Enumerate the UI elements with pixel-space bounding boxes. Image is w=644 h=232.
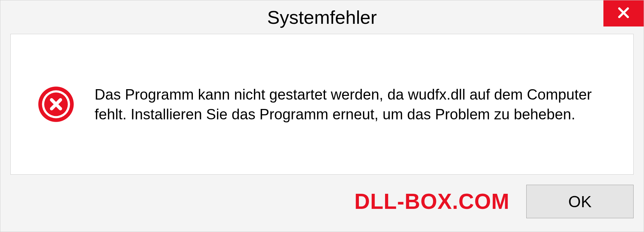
ok-button[interactable]: OK [526, 185, 634, 218]
content-area: Das Programm kann nicht gestartet werden… [10, 34, 634, 175]
dialog-title: Systemfehler [267, 6, 377, 28]
dialog-footer: DLL-BOX.COM OK [0, 185, 644, 232]
watermark-text: DLL-BOX.COM [355, 189, 510, 214]
close-icon [616, 5, 631, 21]
error-dialog: Systemfehler Das Programm kann nicht ges… [0, 0, 644, 232]
close-button[interactable] [603, 0, 644, 26]
titlebar: Systemfehler [0, 0, 644, 34]
error-message: Das Programm kann nicht gestartet werden… [95, 84, 606, 124]
error-icon [38, 86, 74, 123]
ok-button-label: OK [568, 192, 591, 211]
